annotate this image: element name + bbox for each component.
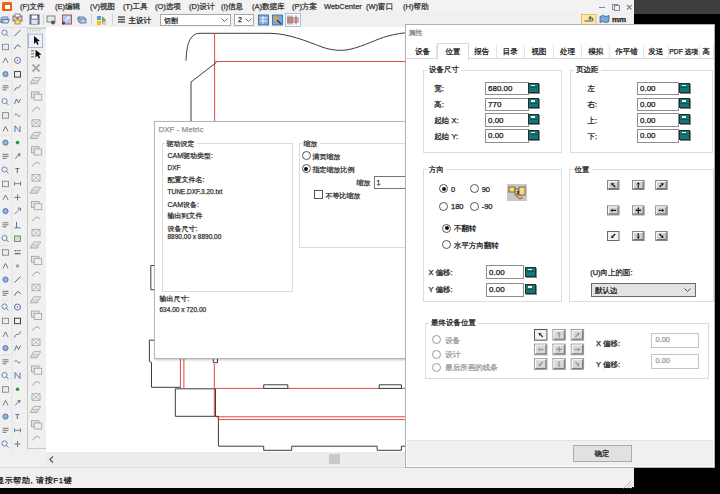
svg-text:T: T: [15, 166, 20, 175]
svg-text:T: T: [15, 412, 20, 421]
